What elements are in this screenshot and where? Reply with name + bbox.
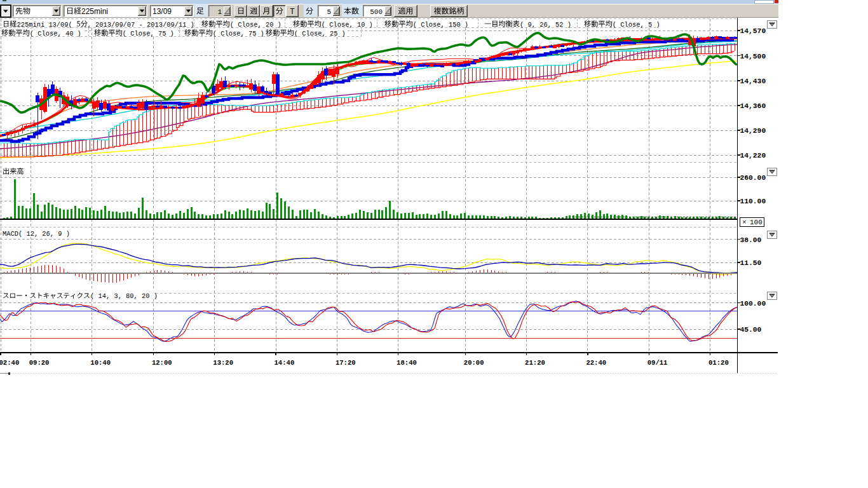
- svg-text:17:20: 17:20: [336, 359, 356, 367]
- svg-text:( Close, 20 ): ( Close, 20 ): [230, 21, 281, 29]
- svg-text:( Close, 75 ): ( Close, 75 ): [213, 30, 264, 37]
- svg-text:225mini 13/09(: 225mini 13/09(: [17, 21, 72, 29]
- svg-text:MACD( 12, 26, 9 ): MACD( 12, 26, 9 ): [3, 230, 70, 238]
- svg-text:13/09: 13/09: [153, 7, 172, 16]
- svg-text:225mini: 225mini: [81, 7, 108, 16]
- svg-text:09/11: 09/11: [648, 359, 668, 367]
- svg-text:500: 500: [370, 8, 383, 16]
- svg-text:01:20: 01:20: [709, 359, 729, 367]
- svg-text:( Close, 75 ): ( Close, 75 ): [123, 30, 174, 37]
- svg-text:45.00: 45.00: [740, 326, 762, 334]
- svg-text:10:40: 10:40: [90, 359, 111, 367]
- svg-text:110.00: 110.00: [740, 198, 766, 205]
- svg-text:100: 100: [750, 219, 763, 226]
- svg-text:( Close, 10 ): ( Close, 10 ): [322, 21, 373, 29]
- svg-text:18:40: 18:40: [397, 359, 417, 367]
- svg-text:13:20: 13:20: [213, 359, 233, 367]
- svg-text:14,360: 14,360: [740, 102, 766, 110]
- svg-text:( 9, 26, 52 ): ( 9, 26, 52 ): [520, 21, 571, 29]
- svg-text:1: 1: [217, 8, 222, 16]
- svg-text:14,430: 14,430: [740, 78, 766, 85]
- svg-text:14,290: 14,290: [740, 127, 766, 135]
- svg-text:14:40: 14:40: [275, 359, 295, 367]
- svg-text:14,570: 14,570: [740, 27, 766, 35]
- svg-text:( 14, 3, 80, 20 ): ( 14, 3, 80, 20 ): [90, 292, 158, 300]
- svg-text:02:40: 02:40: [0, 359, 19, 367]
- svg-text:12:00: 12:00: [152, 359, 172, 367]
- svg-text:( Close, 150 ): ( Close, 150 ): [413, 21, 468, 29]
- svg-text:22:40: 22:40: [586, 359, 606, 367]
- svg-text:×: ×: [742, 219, 747, 226]
- svg-text:( Close, 40 ): ( Close, 40 ): [30, 30, 81, 37]
- svg-text:( Close, 25 ): ( Close, 25 ): [294, 30, 346, 37]
- svg-text:14,500: 14,500: [740, 53, 766, 60]
- svg-text:T: T: [290, 7, 295, 16]
- svg-text:09:20: 09:20: [29, 359, 50, 367]
- svg-text:11.50: 11.50: [740, 259, 762, 267]
- svg-text:5: 5: [327, 8, 331, 16]
- svg-text:38.00: 38.00: [740, 236, 762, 244]
- svg-text:20:00: 20:00: [464, 359, 484, 367]
- svg-text:, 2013/09/07 - 2013/09/11 ): , 2013/09/07 - 2013/09/11 ): [88, 21, 194, 29]
- svg-text:14,220: 14,220: [740, 152, 766, 159]
- svg-text:( Close, 5 ): ( Close, 5 ): [613, 21, 660, 29]
- svg-text:21:20: 21:20: [525, 359, 545, 367]
- svg-text:100.00: 100.00: [740, 300, 766, 308]
- svg-text:260.00: 260.00: [740, 174, 766, 182]
